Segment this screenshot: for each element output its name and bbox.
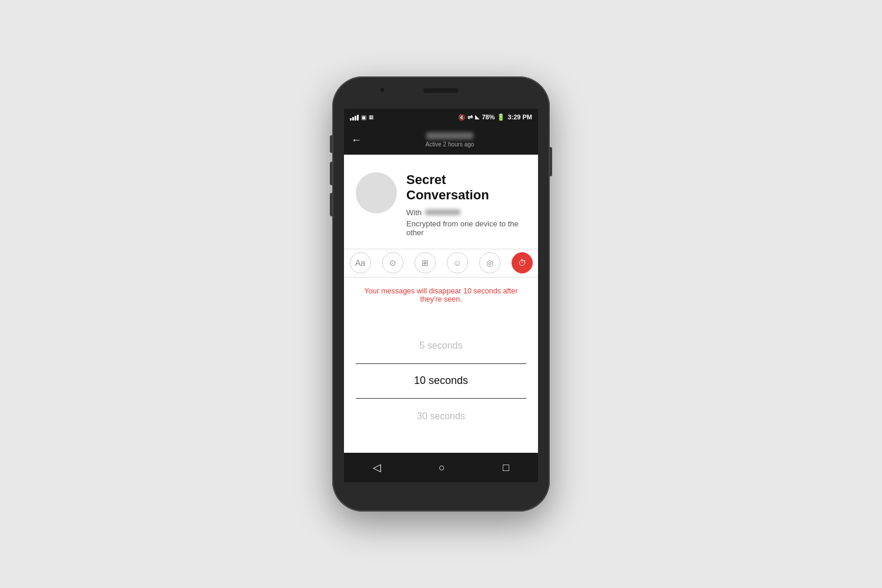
- recents-nav-button[interactable]: □: [503, 462, 509, 474]
- signal-icon: ◣: [475, 114, 479, 120]
- battery-percent: 78%: [482, 113, 495, 121]
- text-format-button[interactable]: Aa: [350, 252, 371, 273]
- bottom-navigation: ◁ ○ □: [344, 453, 538, 482]
- profile-info: Secret Conversation With Encrypted from …: [406, 172, 526, 237]
- back-nav-button[interactable]: ◁: [373, 461, 381, 474]
- battery-icon: 🔋: [497, 113, 505, 121]
- message-toolbar: Aa ⊙ ⊞ ☺ ◎ ⏱: [344, 249, 538, 278]
- time-option-5-label: 5 seconds: [420, 340, 463, 351]
- emoji-button[interactable]: ☺: [447, 252, 468, 273]
- volume-silent-button: [330, 135, 332, 153]
- app-header: ← Active 2 hours ago: [344, 125, 538, 155]
- mute-icon: 🔇: [458, 114, 465, 121]
- front-camera: [379, 87, 385, 93]
- camera-button[interactable]: ⊙: [382, 252, 403, 273]
- clock: 3:29 PM: [507, 113, 532, 121]
- photo-button[interactable]: ⊞: [415, 252, 436, 273]
- disappear-notice: Your messages will disappear 10 seconds …: [344, 278, 538, 309]
- main-content: Your messages will disappear 10 seconds …: [344, 278, 538, 453]
- time-option-30-label: 30 seconds: [417, 411, 465, 422]
- data-icon: ▣: [361, 114, 366, 121]
- location-icon: ◎: [486, 258, 493, 268]
- volume-down-button: [330, 193, 332, 216]
- encryption-description: Encrypted from one device to the other: [406, 219, 526, 237]
- signal-bar-4: [357, 115, 359, 121]
- signal-bar-1: [350, 118, 352, 121]
- time-option-30[interactable]: 30 seconds: [344, 399, 538, 434]
- timer-button[interactable]: ⏱: [512, 252, 533, 273]
- time-option-5[interactable]: 5 seconds: [344, 328, 538, 363]
- time-picker[interactable]: 5 seconds 10 seconds 30 seconds: [344, 309, 538, 453]
- power-button: [550, 147, 552, 176]
- emoji-icon: ☺: [453, 258, 461, 268]
- volume-up-button: [330, 162, 332, 185]
- wifi-icon: ⇌: [467, 113, 473, 121]
- photo-icon: ⊞: [422, 258, 429, 268]
- signal-bar-3: [355, 116, 356, 121]
- earpiece-speaker: [423, 88, 459, 93]
- conversation-title: Secret Conversation: [406, 172, 526, 203]
- timer-icon: ⏱: [518, 258, 526, 268]
- time-option-10-label: 10 seconds: [414, 375, 468, 387]
- phone-screen: ▣ ▦ 🔇 ⇌ ◣ 78% 🔋 3:29 PM ← Active 2 hours…: [344, 109, 538, 482]
- location-button[interactable]: ◎: [479, 252, 500, 273]
- notification-icon: ▦: [369, 114, 374, 120]
- phone-top-bezel: [332, 76, 550, 109]
- signal-bars-icon: [350, 113, 359, 121]
- status-right-info: 🔇 ⇌ ◣ 78% 🔋 3:29 PM: [458, 113, 532, 121]
- text-format-icon: Aa: [355, 258, 365, 268]
- status-left-icons: ▣ ▦: [350, 113, 374, 121]
- profile-section: Secret Conversation With Encrypted from …: [344, 155, 538, 249]
- avatar: [356, 172, 397, 213]
- camera-icon: ⊙: [389, 258, 396, 268]
- header-center: Active 2 hours ago: [369, 132, 531, 148]
- profile-with-row: With: [406, 208, 526, 217]
- header-subtitle: Active 2 hours ago: [426, 141, 475, 148]
- back-button[interactable]: ←: [351, 134, 362, 146]
- contact-name-blurred: [426, 132, 473, 139]
- with-label: With: [406, 208, 422, 217]
- phone-device: ▣ ▦ 🔇 ⇌ ◣ 78% 🔋 3:29 PM ← Active 2 hours…: [332, 76, 550, 512]
- home-nav-button[interactable]: ○: [439, 462, 445, 474]
- status-bar: ▣ ▦ 🔇 ⇌ ◣ 78% 🔋 3:29 PM: [344, 109, 538, 125]
- with-name-blurred: [425, 209, 460, 215]
- signal-bar-2: [352, 117, 354, 121]
- time-option-10-wrapper[interactable]: 10 seconds: [344, 363, 538, 399]
- time-option-10[interactable]: 10 seconds: [344, 363, 538, 399]
